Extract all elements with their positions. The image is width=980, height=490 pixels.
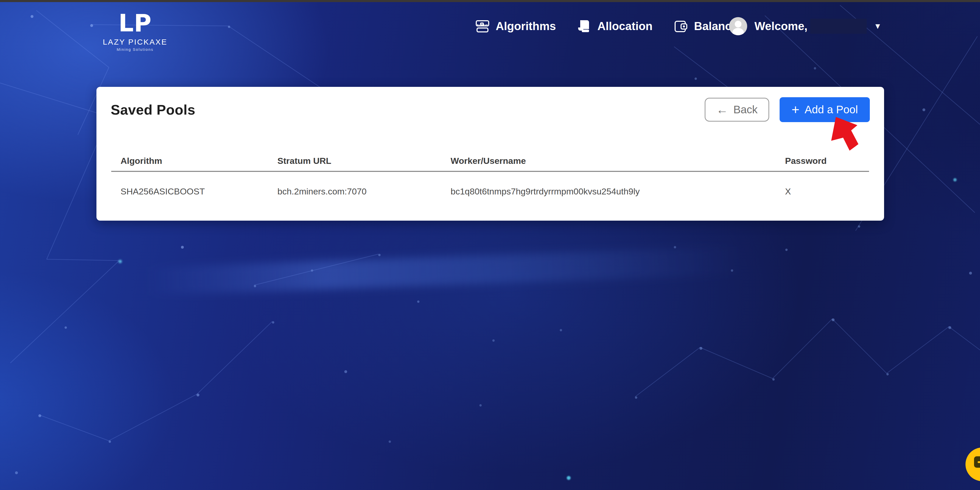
back-arrow-icon: ← [716, 104, 728, 116]
wallet-icon [673, 19, 688, 34]
cell-stratum-url: bch.2miners.com:7070 [277, 186, 450, 197]
nav-item-algorithms[interactable]: Algorithms [475, 19, 556, 34]
cell-password: X [785, 186, 870, 197]
window-top-strip [0, 0, 980, 2]
nav-item-allocation[interactable]: Allocation [577, 19, 652, 34]
cell-worker-username: bc1q80t6tnmps7hg9rtrdyrrmpm00kvsu254uth9… [450, 186, 785, 197]
server-stack-icon [475, 19, 490, 34]
main-nav: Algorithms Allocation Balance [475, 2, 738, 50]
logo-tagline: Mining Solutions [100, 47, 170, 52]
logo[interactable]: LP LAZY PICKAXE Mining Solutions [100, 11, 170, 52]
column-header-algorithm: Algorithm [121, 156, 277, 166]
logo-mark: LP [100, 11, 170, 36]
nav-item-label: Algorithms [496, 20, 556, 33]
avatar [729, 17, 747, 35]
saved-pools-card: Saved Pools ← Back + Add a Pool Algorith… [97, 87, 884, 221]
table-row: SHA256ASICBOOST bch.2miners.com:7070 bc1… [121, 186, 870, 197]
logo-name: LAZY PICKAXE [100, 38, 170, 46]
background-plexus-lines [0, 0, 980, 490]
welcome-text: Welcome, [754, 20, 808, 33]
chat-bubble-icon [974, 456, 980, 468]
column-header-stratum-url: Stratum URL [277, 156, 450, 166]
page-title: Saved Pools [111, 102, 196, 118]
back-button[interactable]: ← Back [705, 98, 769, 122]
nav-item-balance[interactable]: Balance [673, 19, 738, 34]
column-header-password: Password [785, 156, 870, 166]
back-button-label: Back [733, 103, 757, 116]
chevron-down-icon: ▼ [874, 22, 882, 30]
username-redacted [810, 19, 867, 34]
scroll-icon [577, 19, 592, 34]
nav-item-label: Allocation [597, 20, 652, 33]
table-divider [111, 171, 869, 172]
column-header-worker-username: Worker/Username [450, 156, 785, 166]
pointer-arrow-annotation [827, 114, 863, 156]
cell-algorithm: SHA256ASICBOOST [121, 186, 277, 197]
plus-icon: + [792, 103, 799, 116]
table-header-row: Algorithm Stratum URL Worker/Username Pa… [121, 156, 870, 166]
user-menu[interactable]: Welcome, ▼ [729, 2, 881, 50]
